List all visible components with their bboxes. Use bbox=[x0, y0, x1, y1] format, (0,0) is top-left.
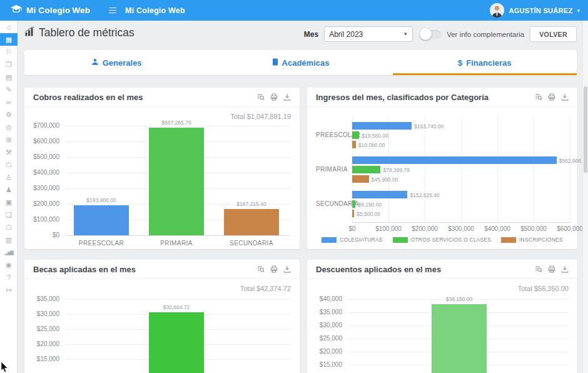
dollar-icon: $ bbox=[458, 58, 462, 68]
x-axis-line bbox=[66, 235, 291, 236]
x-axis-tick: $100,000 bbox=[370, 225, 407, 232]
y-axis-tick: $700,000 bbox=[33, 122, 59, 129]
header-controls: Mes Abril 2023 ▼ Ver info complementaria… bbox=[304, 26, 577, 42]
sidebar-item-dashboard-icon[interactable]: ▦ bbox=[0, 33, 18, 46]
card-title: Ingresos del mes, clasificados por Categ… bbox=[316, 93, 489, 102]
month-label: Mes bbox=[304, 30, 318, 39]
download-icon[interactable] bbox=[283, 265, 291, 273]
sidebar-item-edit-note-icon[interactable]: ✎ bbox=[0, 83, 18, 96]
legend-label: OTROS SERVICIOS O CLASES bbox=[411, 237, 491, 243]
bar-PREESCOLAR-INSCRIPCIONES bbox=[352, 141, 356, 148]
card-toolbar bbox=[535, 265, 569, 273]
sidebar-item-wrench-icon[interactable]: ⚙ bbox=[0, 108, 18, 121]
credit-card-icon: ▥ bbox=[6, 237, 12, 243]
y-axis-tick: $15,000 bbox=[316, 361, 342, 368]
bar-value-label: $38,150.00 bbox=[422, 296, 497, 302]
sidebar-item-lightbulb-icon[interactable]: ◎ bbox=[0, 121, 18, 133]
legend-swatch bbox=[501, 237, 516, 243]
card-title: Becas aplicadas en el mes bbox=[33, 265, 136, 274]
tab-academicas[interactable]: Académicas bbox=[208, 50, 392, 75]
data-zoom-icon[interactable] bbox=[257, 93, 265, 101]
documents-icon: ❐ bbox=[6, 61, 12, 68]
x-axis-line bbox=[352, 222, 570, 223]
chart-descuentos: $40,000$35,000$30,000$25,000$20,000$15,0… bbox=[316, 294, 569, 373]
print-icon[interactable] bbox=[548, 93, 555, 101]
user-menu[interactable]: AGUSTÍN SUÁREZ ▾ bbox=[490, 3, 588, 18]
sidebar-item-tools-icon[interactable]: ⚒ bbox=[0, 146, 18, 158]
main-content: Tablero de métricas Mes Abril 2023 ▼ Ver… bbox=[18, 21, 588, 373]
location-icon: ◉ bbox=[6, 262, 12, 268]
y-axis-tick: $100,000 bbox=[33, 216, 59, 223]
sidebar-item-student-icon[interactable]: ♙ bbox=[0, 171, 18, 183]
sidebar-item-table-icon[interactable]: ⊞ bbox=[0, 133, 18, 146]
edit-note-icon: ✎ bbox=[6, 86, 11, 93]
page-title: Tablero de métricas bbox=[25, 26, 134, 39]
gridline bbox=[425, 117, 425, 222]
scrollbar-thumb[interactable] bbox=[584, 86, 587, 173]
bar-value bbox=[149, 312, 204, 373]
card-title: Descuentos aplicados en el mes bbox=[316, 265, 441, 274]
sidebar-item-location-icon[interactable]: ◉ bbox=[0, 258, 18, 271]
print-icon[interactable] bbox=[270, 93, 278, 101]
bar-value bbox=[432, 304, 487, 373]
legend-swatch bbox=[393, 237, 408, 243]
sidebar-item-flag-icon[interactable]: ⚐ bbox=[0, 46, 18, 58]
download-icon[interactable] bbox=[561, 93, 569, 101]
bar-value-label: $167,215.40 bbox=[214, 201, 289, 207]
data-zoom-icon[interactable] bbox=[535, 93, 542, 101]
sidebar-item-credit-card-icon[interactable]: ▥ bbox=[0, 233, 18, 246]
sidebar-item-school-icon[interactable]: ☖ bbox=[0, 221, 18, 233]
vertical-scrollbar[interactable] bbox=[582, 21, 588, 373]
home-icon: ⌂ bbox=[7, 24, 11, 31]
print-icon[interactable] bbox=[548, 265, 555, 273]
sidebar-item-users-icon[interactable]: ♟ bbox=[0, 183, 18, 196]
download-icon[interactable] bbox=[561, 265, 569, 273]
chart-cobros: $700,000$600,000$500,000$400,000$300,000… bbox=[33, 122, 291, 245]
sidebar-item-logout-icon[interactable]: ↦ bbox=[0, 284, 18, 296]
legend-item-OTROS SERVICIOS O CLASES: OTROS SERVICIOS O CLASES bbox=[393, 237, 491, 243]
glasses-icon: ∞ bbox=[6, 99, 11, 106]
card-toolbar bbox=[535, 93, 569, 101]
graduation-cap-icon: ☖ bbox=[6, 161, 12, 168]
tab-financieras[interactable]: $ Financieras bbox=[393, 50, 577, 75]
card-becas: Becas aplicadas en el mes Total $42,374.… bbox=[24, 260, 300, 373]
sidebar-item-briefcase-icon[interactable]: ▣ bbox=[0, 196, 18, 208]
back-button[interactable]: VOLVER bbox=[530, 26, 577, 42]
legend-item-COLEGIATURAS: COLEGIATURAS bbox=[322, 237, 382, 243]
y-axis-tick: $25,000 bbox=[316, 335, 342, 342]
info-toggle[interactable] bbox=[421, 30, 441, 39]
card-ingresos: Ingresos del mes, clasificados por Categ… bbox=[307, 88, 577, 249]
sidebar-item-id-card-icon[interactable]: ▤ bbox=[0, 71, 18, 83]
sidebar-item-graduation-cap-icon[interactable]: ☖ bbox=[0, 158, 18, 171]
sidebar-item-documents-2-icon[interactable]: ❏ bbox=[0, 208, 18, 221]
bar-PREESCOLAR-OTROS SERVICIOS O CLASES bbox=[352, 131, 359, 139]
card-cobros: Cobros realizados en el mes Total $1,047… bbox=[24, 88, 300, 249]
bar-value-label: $19,580.00 bbox=[362, 133, 388, 139]
sidebar-item-help-icon[interactable]: ? bbox=[0, 271, 18, 284]
chart-total: Total $42,374.72 bbox=[33, 284, 291, 294]
y-axis-tick: $0 bbox=[33, 232, 59, 238]
data-zoom-icon[interactable] bbox=[535, 265, 542, 273]
data-zoom-icon[interactable] bbox=[257, 265, 265, 273]
bar-PRIMARIA-INSCRIPCIONES bbox=[352, 175, 369, 183]
select-caret-icon: ▼ bbox=[403, 31, 408, 37]
sidebar-item-home-icon[interactable]: ⌂ bbox=[0, 21, 18, 33]
sidebar-item-glasses-icon[interactable]: ∞ bbox=[0, 96, 18, 108]
bar-PRIMARIA-OTROS SERVICIOS O CLASES bbox=[352, 166, 380, 173]
app-title: Mi Colegio Web bbox=[125, 6, 185, 15]
bar-value-label: $687,265.79 bbox=[139, 120, 214, 126]
month-select[interactable]: Abril 2023 ▼ bbox=[324, 26, 413, 42]
sidebar-item-documents-icon[interactable]: ❐ bbox=[0, 58, 18, 71]
menu-toggle-icon[interactable] bbox=[106, 5, 119, 16]
print-icon[interactable] bbox=[270, 265, 278, 273]
toggle-knob[interactable] bbox=[420, 28, 432, 40]
tab-generales[interactable]: Generales bbox=[24, 50, 208, 75]
brand-logo[interactable]: Mi ColegioWeb bbox=[0, 5, 90, 16]
bar-value-label: $163,740.00 bbox=[414, 123, 444, 130]
x-axis-tick: $500,000 bbox=[515, 225, 552, 232]
x-axis-tick: $0 bbox=[333, 225, 371, 232]
sidebar-item-bar-chart-icon[interactable]: ▂▅▇ bbox=[0, 246, 18, 258]
bar-SECUNDARIA-COLEGIATURAS bbox=[352, 191, 407, 198]
download-icon[interactable] bbox=[283, 93, 291, 101]
bar-value-label: $193,400.00 bbox=[64, 197, 139, 203]
